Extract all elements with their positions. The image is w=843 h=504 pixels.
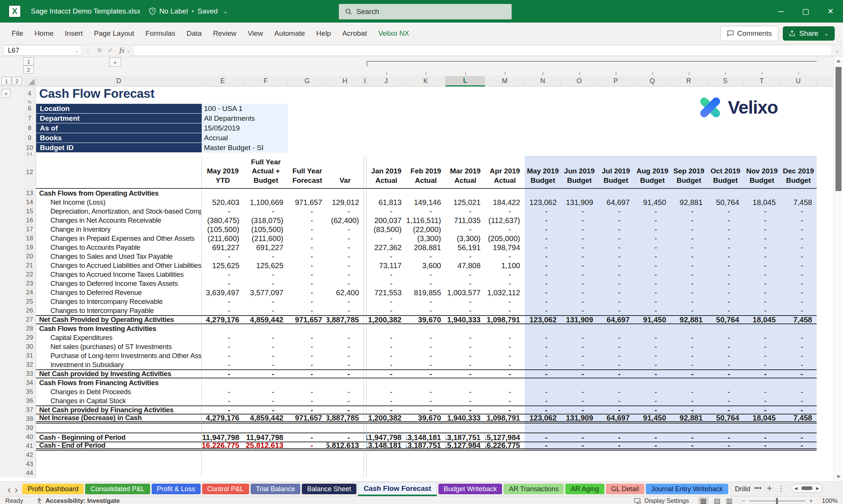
sheet-tab-cash-flow-forecast[interactable]: Cash Flow Forecast [358,482,437,496]
cell-S21[interactable]: - [707,261,744,270]
cell-P29[interactable]: - [598,333,634,342]
cell-L35[interactable]: - [446,387,485,396]
cell-U23[interactable]: - [780,279,817,288]
cell-R18[interactable]: - [671,234,707,243]
ribbon-tab-insert[interactable]: Insert [59,23,88,44]
cell-L30[interactable]: - [446,342,485,351]
cell-R17[interactable]: - [671,225,707,234]
cell-K24[interactable]: 819,855 [406,288,446,297]
cell-U34[interactable] [780,378,817,387]
cell-H15[interactable]: - [327,207,364,216]
cell-M39[interactable] [485,424,525,433]
cell-R23[interactable]: - [671,279,707,288]
info-value-7[interactable]: All Departments [202,114,288,123]
cell-K32[interactable]: - [406,360,446,369]
table-header-G[interactable]: Full YearForecast [288,156,327,189]
row-header-31[interactable]: 31 [23,351,36,360]
table-header-E[interactable]: May 2019YTD [202,156,244,189]
cell-K22[interactable]: - [406,270,446,279]
cell-N17[interactable]: - [525,225,561,234]
scroll-right-icon[interactable]: ▶ [816,486,819,491]
cell-G34[interactable] [288,378,327,387]
cell-N37[interactable]: - [525,405,561,414]
row-header-39[interactable]: 39 [23,424,36,433]
cell-R30[interactable]: - [671,342,707,351]
cell-O20[interactable]: - [561,252,598,261]
cell-N26[interactable]: - [525,306,561,315]
cell-E17[interactable]: (105,500) [202,225,244,234]
cell-P44[interactable] [598,469,634,478]
cell-M36[interactable]: - [485,396,525,405]
row-label-44[interactable] [36,469,202,478]
cell-G43[interactable] [288,460,327,469]
cell-J32[interactable]: - [367,360,406,369]
cell-R14[interactable]: 92,881 [671,198,707,207]
cell-F28[interactable] [244,324,288,333]
cell-M38[interactable]: 1,098,791 [485,414,525,424]
column-header-O[interactable]: O [561,76,598,87]
cell-L14[interactable]: 125,021 [446,198,485,207]
cell-S28[interactable] [707,324,744,333]
zoom-slider-handle[interactable] [776,498,778,504]
row-header-21[interactable]: 21 [23,261,36,270]
cell-N41[interactable]: - [525,442,561,451]
ribbon-tab-data[interactable]: Data [181,23,207,44]
column-header-D[interactable]: D [36,76,202,87]
cell-F32[interactable]: - [244,360,288,369]
cell-T40[interactable]: - [744,433,780,442]
cell-M33[interactable]: - [485,369,525,378]
close-button[interactable]: ✕ [818,0,843,23]
table-header-M[interactable]: Apr 2019Actual [485,156,525,189]
cell-H21[interactable]: - [327,261,364,270]
cell-N30[interactable]: - [525,342,561,351]
cell-P33[interactable]: - [598,369,634,378]
cell-G19[interactable]: - [288,243,327,252]
cell-Q29[interactable]: - [634,333,671,342]
column-header-T[interactable]: T [744,76,780,87]
cell-O28[interactable] [561,324,598,333]
info-value-8[interactable]: 15/05/2019 [202,123,288,133]
cell-N34[interactable] [525,378,561,387]
cell-O15[interactable]: - [561,207,598,216]
cell-S27[interactable]: 50,764 [707,315,744,324]
cell-K29[interactable]: - [406,333,446,342]
info-label-9[interactable]: Books [36,133,202,143]
cell-K40[interactable]: 13,148,181 [406,433,446,442]
cell-E38[interactable]: 4,279,176 [202,414,244,424]
cell-R27[interactable]: 92,881 [671,315,707,324]
cell-N35[interactable]: - [525,387,561,396]
cell-N19[interactable]: - [525,243,561,252]
cell-F14[interactable]: 1,100,669 [244,198,288,207]
cell-K18[interactable]: (3,300) [406,234,446,243]
cell-F37[interactable]: - [244,405,288,414]
cell-F31[interactable]: - [244,351,288,360]
cell-N44[interactable] [525,469,561,478]
cell-K36[interactable]: - [406,396,446,405]
table-header-N[interactable]: May 2019Budget [525,156,561,189]
cell-O23[interactable]: - [561,279,598,288]
cell-S37[interactable]: - [707,405,744,414]
cell-J15[interactable]: - [367,207,406,216]
cell-P39[interactable] [598,424,634,433]
cell-U22[interactable]: - [780,270,817,279]
row-label-14[interactable]: Net Income (Loss) [36,198,202,207]
expand-row-group-button[interactable]: + [2,89,11,98]
cell-P38[interactable]: 64,697 [598,414,634,424]
cell-F33[interactable]: - [244,369,288,378]
column-header-J[interactable]: J [367,76,406,87]
ribbon-tab-page-layout[interactable]: Page Layout [88,23,140,44]
row-header-18[interactable]: 18 [23,234,36,243]
cell-R25[interactable]: - [671,297,707,306]
ribbon-tab-velixo-nx[interactable]: Velixo NX [373,23,415,44]
cell-T27[interactable]: 18,045 [744,315,780,324]
cell-S16[interactable]: - [707,216,744,225]
cell-N23[interactable]: - [525,279,561,288]
cell-R36[interactable]: - [671,396,707,405]
column-header-N[interactable]: N [525,76,561,87]
row-header-43[interactable]: 43 [23,460,36,469]
cell-N38[interactable]: 123,062 [525,414,561,424]
cell-K19[interactable]: 208,881 [406,243,446,252]
info-value-6[interactable]: 100 - USA 1 [202,104,288,114]
cell-K14[interactable]: 149,146 [406,198,446,207]
cell-U39[interactable] [780,424,817,433]
